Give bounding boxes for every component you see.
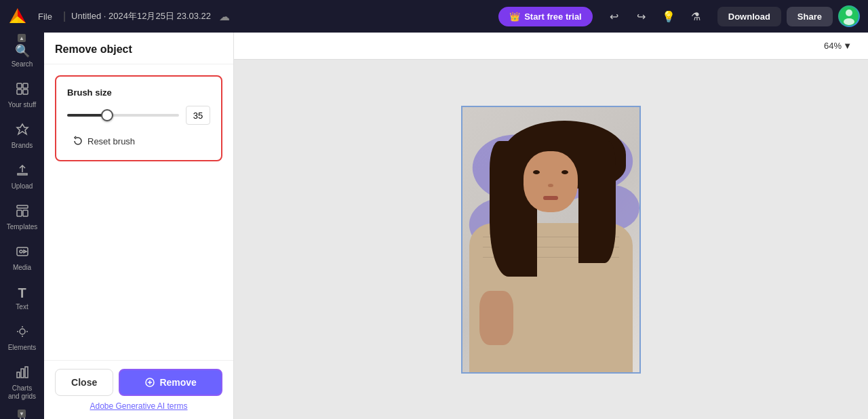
panel-title: Remove object <box>44 33 233 64</box>
app-logo[interactable] <box>8 7 27 26</box>
zoom-dropdown-icon: ▼ <box>843 41 852 51</box>
image-container[interactable] <box>461 106 641 374</box>
elements-icon <box>16 325 29 342</box>
footer-buttons: Close Remove <box>55 369 222 396</box>
sidebar-label-text: Text <box>16 303 28 311</box>
sidebar-label-charts: Charts and grids <box>7 384 38 401</box>
svg-rect-18 <box>21 369 24 378</box>
lightbulb-icon[interactable]: 💡 <box>658 5 679 27</box>
templates-icon <box>16 204 29 221</box>
canvas-main[interactable] <box>234 60 868 419</box>
share-button[interactable]: Share <box>787 7 833 26</box>
svg-rect-7 <box>17 83 22 88</box>
sidebar-item-upload[interactable]: Upload <box>3 158 42 196</box>
hair-right <box>578 141 616 263</box>
text-icon: T <box>18 285 26 301</box>
sidebar-item-text[interactable]: T Text <box>3 280 42 317</box>
svg-rect-19 <box>25 367 28 378</box>
zoom-level: 64% <box>824 41 842 51</box>
reset-brush-label: Reset brush <box>87 136 135 146</box>
charts-icon <box>16 365 29 382</box>
svg-rect-17 <box>17 372 20 378</box>
sidebar-label-search: Search <box>12 60 33 68</box>
panel: Remove object Brush size 35 Reset brush <box>44 33 234 419</box>
sidebar-item-brands[interactable]: Brands <box>3 117 42 155</box>
sidebar-item-search[interactable]: 🔍 Search <box>3 38 42 74</box>
photo-background <box>462 107 639 372</box>
header-icon-group: ↩ ↪ 💡 ⚗ <box>604 5 707 27</box>
cloud-sync-icon: ☁ <box>219 10 230 23</box>
search-icon: 🔍 <box>15 43 30 58</box>
face <box>524 151 578 212</box>
sidebar-label-elements: Elements <box>8 344 37 352</box>
remove-button[interactable]: Remove <box>119 369 222 396</box>
sidebar-label-templates: Templates <box>7 223 38 231</box>
svg-point-16 <box>20 329 25 334</box>
download-button[interactable]: Download <box>717 7 781 26</box>
svg-rect-12 <box>17 210 22 216</box>
panel-content: Brush size 35 Reset brush <box>44 64 233 360</box>
main-area: ▲ 🔍 Search Your stuff Brands <box>0 33 868 419</box>
close-button[interactable]: Close <box>55 369 113 396</box>
svg-point-6 <box>844 18 854 25</box>
brush-slider-row: 35 <box>67 106 210 125</box>
panel-footer: Close Remove Adobe Generative AI terms <box>44 360 233 419</box>
canvas-area: 64% ▼ <box>234 33 868 419</box>
sidebar-label-brands: Brands <box>12 142 33 150</box>
header: File | Untitled · 2024年12月25日 23.03.22 ☁… <box>0 0 868 33</box>
remove-label: Remove <box>159 377 196 388</box>
hand-left <box>479 291 513 345</box>
sidebar-item-media[interactable]: Media <box>3 239 42 277</box>
svg-rect-8 <box>23 83 28 88</box>
document-title: Untitled · 2024年12月25日 23.03.22 <box>71 10 211 22</box>
adobe-terms-link[interactable]: Adobe Generative AI terms <box>55 401 222 411</box>
header-separator: | <box>63 10 66 22</box>
reset-brush-button[interactable]: Reset brush <box>67 133 140 149</box>
flask-icon[interactable]: ⚗ <box>685 5 707 27</box>
svg-rect-11 <box>17 205 28 208</box>
sidebar-item-elements[interactable]: Elements <box>3 319 42 357</box>
svg-point-15 <box>20 250 22 253</box>
sidebar-item-your-stuff[interactable]: Your stuff <box>3 77 42 115</box>
your-stuff-icon <box>16 82 29 99</box>
sidebar: ▲ 🔍 Search Your stuff Brands <box>0 33 44 419</box>
brush-size-card: Brush size 35 Reset brush <box>55 75 222 161</box>
sidebar-item-templates[interactable]: Templates <box>3 199 42 237</box>
svg-rect-9 <box>17 89 22 94</box>
brush-size-value: 35 <box>186 106 210 125</box>
brush-size-label: Brush size <box>67 87 210 98</box>
sidebar-scroll-down[interactable]: ▼ <box>18 410 26 418</box>
redo-button[interactable]: ↪ <box>631 5 652 27</box>
svg-point-5 <box>846 9 852 16</box>
start-free-trial-label: Start free trial <box>524 12 582 22</box>
svg-rect-10 <box>23 89 28 94</box>
remove-icon <box>144 377 155 388</box>
brush-size-slider[interactable] <box>67 114 179 117</box>
sidebar-label-upload: Upload <box>12 182 33 191</box>
media-icon <box>16 245 29 262</box>
sidebar-scroll-up[interactable]: ▲ <box>18 34 26 42</box>
upload-icon <box>16 163 29 180</box>
brands-icon <box>16 123 29 140</box>
undo-button[interactable]: ↩ <box>604 5 625 27</box>
svg-rect-13 <box>23 210 28 216</box>
file-menu[interactable]: File <box>33 9 58 24</box>
start-free-trial-button[interactable]: 👑 Start free trial <box>498 7 593 26</box>
zoom-control[interactable]: 64% ▼ <box>818 38 857 54</box>
sidebar-label-media: Media <box>13 264 31 272</box>
sidebar-item-charts[interactable]: Charts and grids <box>3 360 42 406</box>
sidebar-label-your-stuff: Your stuff <box>8 101 37 109</box>
reset-icon <box>73 136 83 146</box>
user-avatar[interactable] <box>838 5 860 27</box>
crown-icon: 👑 <box>509 12 520 22</box>
canvas-toolbar: 64% ▼ <box>234 33 868 60</box>
